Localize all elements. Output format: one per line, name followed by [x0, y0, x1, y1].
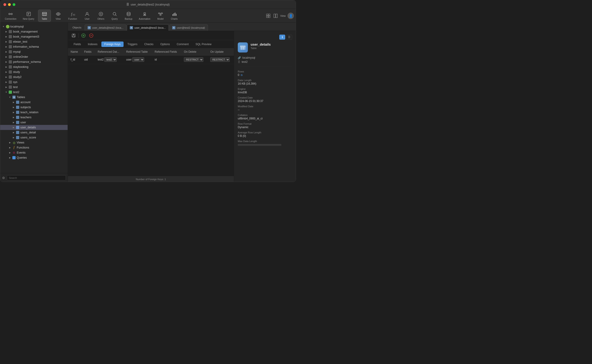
db-folder-icon — [8, 75, 12, 79]
minimize-button[interactable] — [8, 3, 11, 6]
ref-db-dropdown[interactable]: test2 — [104, 57, 117, 62]
sidebar-label-study2: study2 — [13, 75, 66, 79]
sidebar-item-users_score[interactable]: ▶ users_score — [0, 135, 68, 140]
maximize-button[interactable] — [13, 3, 15, 6]
sub-tab-indexes[interactable]: Indexes — [85, 41, 100, 47]
sidebar-item-study[interactable]: ▶ study — [0, 69, 68, 74]
table-item-active-icon — [16, 126, 20, 129]
sidebar-item-events[interactable]: ▶ ⊙ Events — [0, 150, 68, 155]
toolbar-automation[interactable]: Automation — [136, 10, 153, 22]
sidebar-item-user_details[interactable]: ▶ user_details — [0, 125, 68, 130]
toolbar-backup[interactable]: Backup — [122, 10, 135, 22]
save-button[interactable] — [71, 32, 77, 39]
chevron-right-icon: ▶ — [12, 116, 15, 119]
toolbar-model[interactable]: Model — [154, 10, 167, 22]
toolbar-new-query[interactable]: New Query — [20, 10, 37, 22]
info-row-avg-row-length: Average Row Length 0 B (0) — [238, 131, 292, 137]
copy-icon[interactable]: ⧉ — [241, 74, 243, 77]
svg-rect-39 — [274, 14, 275, 18]
toolbar-function[interactable]: f (x) Function — [65, 10, 80, 22]
toolbar-connection[interactable]: Connection — [2, 10, 19, 22]
svg-rect-27 — [161, 13, 163, 14]
sub-tab-options[interactable]: Options — [157, 41, 173, 47]
view-toggle-1[interactable] — [266, 13, 271, 19]
sub-tab-foreign-keys[interactable]: Foreign Keys — [101, 41, 124, 47]
tab-1[interactable]: ⊞ user_details@test2 (loca... — [85, 24, 126, 31]
sidebar-item-test2[interactable]: ▼ test2 — [0, 90, 68, 95]
foreign-keys-table: Name Fields Referenced Dat... Referenced… — [68, 48, 234, 64]
sidebar-item-sys[interactable]: ▶ sys — [0, 79, 68, 84]
toolbar-model-label: Model — [157, 18, 163, 20]
engine-value: InnoDB — [238, 91, 292, 94]
sidebar-item-teach_relation[interactable]: ▶ teach_relation — [0, 110, 68, 115]
info-table-name: user_details — [251, 42, 271, 46]
settings-icon[interactable]: ⚙ — [2, 176, 5, 180]
sidebar-item-views[interactable]: ▶ ◎ Views — [0, 140, 68, 145]
sidebar-item-user[interactable]: ▶ user — [0, 120, 68, 125]
sidebar-item-ebean_test[interactable]: ▶ ebean_test — [0, 39, 68, 44]
tab-2[interactable]: ⊞ user_details@test2 (loca... — [127, 24, 169, 31]
sidebar-item-users_detail[interactable]: ▶ users_detail — [0, 130, 68, 135]
add-row-button[interactable] — [80, 32, 86, 39]
sub-tab-comment[interactable]: Comment — [174, 41, 192, 47]
content-area: Objects ⊞ user_details@test2 (loca... ⊞ … — [68, 23, 296, 182]
db-folder-icon — [8, 70, 12, 74]
tab-3[interactable]: ⊞ user@test2 (localmysql) — [169, 24, 208, 31]
modified-date-label: Modified Date — [238, 105, 292, 108]
table-item-icon — [16, 110, 20, 114]
col-ref-db: Referenced Dat... — [95, 48, 123, 55]
sidebar-item-subjects[interactable]: ▶ subjects — [0, 105, 68, 110]
sidebar-item-mysql[interactable]: ▶ mysql — [0, 49, 68, 54]
close-button[interactable] — [3, 3, 6, 6]
chevron-right-icon: ▶ — [5, 81, 7, 84]
sidebar-item-onlineOrder[interactable]: ▶ onlineOrder — [0, 54, 68, 59]
sidebar-item-performance_schema[interactable]: ▶ performance_schema — [0, 59, 68, 65]
cell-ref-table: user user — [123, 55, 152, 64]
toolbar-query[interactable]: Query — [108, 10, 121, 22]
view-toggle-2[interactable] — [273, 13, 278, 19]
sidebar-item-functions[interactable]: ▶ f Functions — [0, 145, 68, 150]
sidebar-item-test[interactable]: ▶ test — [0, 84, 68, 90]
sub-tab-sql-preview[interactable]: SQL Preview — [193, 41, 215, 47]
toolbar-others[interactable]: Others — [94, 10, 107, 22]
info-tab-info[interactable]: ℹ — [279, 35, 285, 40]
toolbar-right: View 👤 — [266, 13, 294, 19]
toolbar-table[interactable]: Table — [38, 10, 51, 22]
remove-row-button[interactable] — [88, 32, 94, 39]
table-row[interactable]: f_id uid test2 test2 user — [68, 55, 234, 64]
cell-on-delete: RESTRICT — [181, 55, 208, 64]
sidebar-item-book_management[interactable]: ▶ book_management — [0, 29, 68, 34]
sidebar-item-staybooking[interactable]: ▶ staybooking — [0, 65, 68, 69]
on-update-dropdown[interactable]: RESTRICT — [210, 57, 230, 62]
sidebar-item-account[interactable]: ▶ account — [0, 100, 68, 105]
toolbar-view[interactable]: View — [52, 10, 65, 22]
sidebar-item-teachers[interactable]: ▶ teachers — [0, 115, 68, 120]
sub-tab-triggers[interactable]: Triggers — [124, 41, 141, 47]
chevron-right-icon: ▶ — [8, 146, 11, 149]
sidebar-item-tables-folder[interactable]: ▼ ⊞ Tables — [0, 95, 68, 100]
user-avatar[interactable]: 👤 — [287, 13, 294, 19]
tab-objects[interactable]: Objects — [70, 24, 84, 31]
db-folder-icon — [8, 50, 12, 54]
sidebar-label-information_schema: information_schema — [13, 45, 66, 48]
toolbar-connection-label: Connection — [5, 18, 17, 20]
sidebar-item-study2[interactable]: ▶ study2 — [0, 74, 68, 79]
toolbar-charts[interactable]: Charts — [168, 10, 181, 22]
svg-point-1 — [11, 13, 12, 15]
toolbar-backup-label: Backup — [125, 18, 132, 20]
sub-tab-checks[interactable]: Checks — [141, 41, 156, 47]
on-delete-dropdown[interactable]: RESTRICT — [184, 57, 203, 62]
sidebar-item-queries[interactable]: ▶ Queries — [0, 155, 68, 160]
info-tab-list[interactable]: ☰ — [286, 35, 292, 40]
toolbar-user[interactable]: User — [81, 10, 94, 22]
others-icon — [98, 11, 104, 17]
sidebar-item-information_schema[interactable]: ▶ information_schema — [0, 44, 68, 49]
sub-tab-fields[interactable]: Fields — [71, 41, 84, 47]
sidebar-item-book_management3[interactable]: ▶ book_management3 — [0, 34, 68, 39]
sidebar-item-localmysql[interactable]: ▼ 🟢 localmysql — [0, 24, 68, 29]
info-section-details: Rows 0 ⧉ Data Length 16 KB (16,384) Engi… — [238, 70, 292, 146]
sidebar: ▼ 🟢 localmysql ▶ book_management ▶ book_… — [0, 23, 68, 182]
svg-rect-26 — [158, 13, 160, 14]
search-input[interactable] — [7, 175, 66, 180]
ref-table-dropdown[interactable]: user — [132, 57, 144, 62]
